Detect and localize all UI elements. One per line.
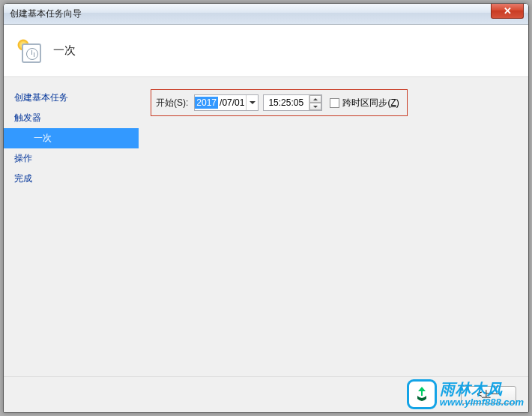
watermark-icon [407, 379, 437, 409]
wizard-header: 一次 [4, 25, 528, 77]
time-spin-up[interactable] [309, 95, 321, 103]
date-year[interactable]: 2017 [195, 97, 218, 109]
date-input[interactable]: 2017 /07/01 [194, 94, 259, 111]
watermark-cn: 雨林木风 [440, 381, 524, 397]
sync-label[interactable]: 跨时区同步(Z) [342, 97, 399, 109]
sidebar-item-create-task[interactable]: 创建基本任务 [4, 88, 139, 108]
date-dropdown-icon[interactable] [246, 95, 258, 110]
sidebar-item-once[interactable]: 一次 [4, 128, 139, 148]
start-row: 开始(S): 2017 /07/01 15:25:05 跨时区同步(Z) [151, 89, 408, 116]
date-rest[interactable]: /07/01 [218, 97, 246, 108]
wizard-body: 创建基本任务 触发器 一次 操作 完成 开始(S): 2017 /07/01 1… [4, 77, 528, 376]
time-spin-down[interactable] [309, 103, 321, 110]
page-title: 一次 [53, 43, 76, 58]
wizard-window: 创建基本任务向导 ✕ 一次 创建基本任务 触发器 一次 操作 完成 开始(S):… [3, 3, 529, 413]
sync-checkbox-wrap: 跨时区同步(Z) [330, 97, 399, 109]
time-input[interactable]: 15:25:05 [263, 94, 322, 111]
sync-checkbox[interactable] [330, 98, 339, 108]
watermark: 雨林木风 www.ylmf888.com [407, 379, 524, 409]
watermark-url: www.ylmf888.com [440, 397, 524, 408]
start-label: 开始(S): [156, 97, 188, 109]
watermark-text: 雨林木风 www.ylmf888.com [440, 381, 524, 408]
main-panel: 开始(S): 2017 /07/01 15:25:05 跨时区同步(Z) [139, 77, 528, 376]
schedule-icon [17, 39, 41, 63]
time-spinner [309, 95, 321, 110]
sidebar-item-trigger[interactable]: 触发器 [4, 108, 139, 128]
window-buttons: ✕ [491, 4, 528, 19]
window-title: 创建基本任务向导 [10, 7, 82, 20]
titlebar[interactable]: 创建基本任务向导 ✕ [4, 4, 528, 25]
sidebar: 创建基本任务 触发器 一次 操作 完成 [4, 77, 139, 376]
time-value[interactable]: 15:25:05 [264, 97, 309, 108]
close-icon: ✕ [504, 5, 512, 16]
sidebar-item-action[interactable]: 操作 [4, 148, 139, 169]
close-button[interactable]: ✕ [491, 4, 524, 19]
sidebar-item-finish[interactable]: 完成 [4, 169, 139, 189]
